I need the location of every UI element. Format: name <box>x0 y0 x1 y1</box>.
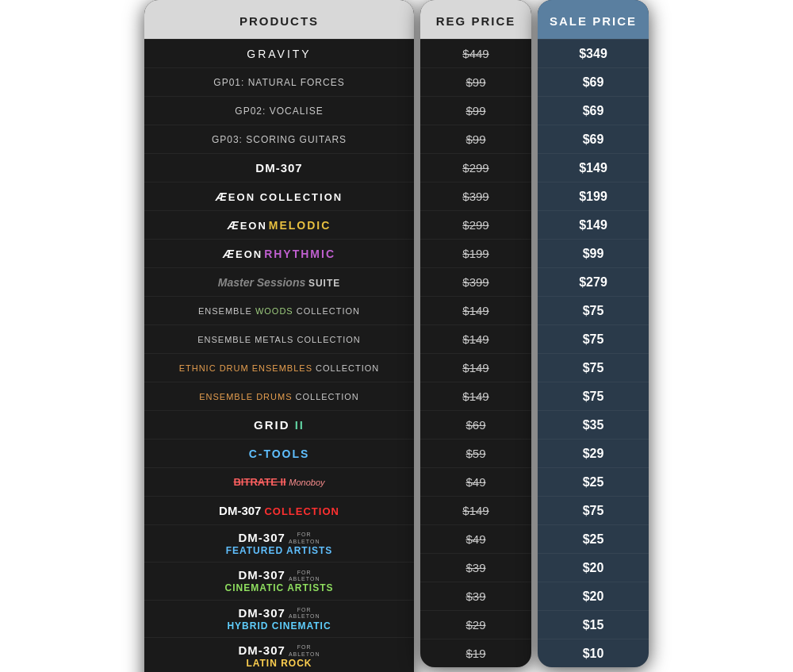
sale-price-dm307-collection: $75 <box>538 496 649 524</box>
product-name-bitrate: BITRATE II Monoboy <box>144 467 414 496</box>
product-name-ctools: C-TOOLS <box>144 439 414 467</box>
reg-price-ethnic-drum: $149 <box>420 353 531 382</box>
product-name-ensemble-woods: ENSEMBLE WOODS COLLECTION <box>144 296 414 324</box>
reg-price-dm307-ca: $39 <box>420 553 531 582</box>
reg-price-dm307-fa: $49 <box>420 524 531 553</box>
sale-price-dm307-fa: $25 <box>538 524 649 553</box>
product-name-gp01: GP01: NATURAL FORCES <box>144 67 414 96</box>
reg-price-master-sessions: $399 <box>420 267 531 296</box>
product-name-dm307-ca: DM-307 FORABLETON CINEMATIC ARTISTS <box>144 562 414 599</box>
sale-price-column: SALE PRICE $349$69$69$69$149$199$149$99$… <box>538 0 649 667</box>
reg-price-ensemble-drums: $149 <box>420 382 531 410</box>
reg-price-ctools: $59 <box>420 439 531 467</box>
reg-price-header: REG PRICE <box>420 0 531 39</box>
reg-price-grid: $69 <box>420 410 531 439</box>
sale-price-dm307-ca: $20 <box>538 553 649 582</box>
sale-price-gp02: $69 <box>538 96 649 125</box>
price-table: PRODUCTS GRAVITYGP01: NATURAL FORCESGP02… <box>144 0 649 672</box>
reg-price-dm307-hc: $39 <box>420 582 531 610</box>
reg-price-gp02: $99 <box>420 96 531 125</box>
product-name-aeon-collection: ÆEON COLLECTION <box>144 182 414 210</box>
product-name-ensemble-metals: ENSEMBLE METALS COLLECTION <box>144 324 414 353</box>
sale-price-gravity: $349 <box>538 39 649 67</box>
product-name-aeon-rhythmic: ÆEON RHYTHMIC <box>144 239 414 267</box>
sale-price-ctools: $29 <box>538 439 649 467</box>
product-name-master-sessions: Master Sessions SUITE <box>144 267 414 296</box>
reg-price-dm307-lr: $29 <box>420 610 531 639</box>
sale-price-gp03: $69 <box>538 125 649 153</box>
product-name-dm307-lr: DM-307 FORABLETON LATIN ROCK <box>144 637 414 672</box>
reg-price-ensemble-woods: $149 <box>420 296 531 324</box>
product-name-ensemble-drums: ENSEMBLE DRUMS COLLECTION <box>144 382 414 410</box>
reg-price-dm307: $299 <box>420 153 531 182</box>
products-column: PRODUCTS GRAVITYGP01: NATURAL FORCESGP02… <box>144 0 414 672</box>
reg-price-gp03: $99 <box>420 125 531 153</box>
sale-price-grid: $35 <box>538 410 649 439</box>
sale-price-ethnic-drum: $75 <box>538 353 649 382</box>
gravity-label: GRAVITY <box>247 48 311 60</box>
product-name-aeon-melodic: ÆEON MELODIC <box>144 210 414 239</box>
product-name-dm307-hc: DM-307 FORABLETON HYBRID CINEMATIC <box>144 600 414 637</box>
sale-price-aeon-collection: $199 <box>538 182 649 210</box>
sale-price-ensemble-woods: $75 <box>538 296 649 324</box>
reg-price-dm307-collection: $149 <box>420 496 531 524</box>
sale-price-header: SALE PRICE <box>538 0 649 39</box>
reg-price-dm307-hh: $19 <box>420 639 531 667</box>
sale-price-bitrate: $25 <box>538 467 649 496</box>
products-header: PRODUCTS <box>144 0 414 39</box>
reg-price-aeon-rhythmic: $199 <box>420 239 531 267</box>
product-name-dm307-collection: DM-307 COLLECTION <box>144 496 414 524</box>
reg-price-aeon-collection: $399 <box>420 182 531 210</box>
reg-price-aeon-melodic: $299 <box>420 210 531 239</box>
sale-price-aeon-rhythmic: $99 <box>538 239 649 267</box>
reg-price-ensemble-metals: $149 <box>420 324 531 353</box>
product-name-dm307-fa: DM-307 FORABLETON FEATURED ARTISTS <box>144 524 414 562</box>
sale-price-dm307-lr: $15 <box>538 610 649 639</box>
product-name-gravity: GRAVITY <box>144 39 414 67</box>
sale-price-dm307-hc: $20 <box>538 582 649 610</box>
reg-price-gravity: $449 <box>420 39 531 67</box>
sale-price-gp01: $69 <box>538 67 649 96</box>
product-name-dm307: DM-307 <box>144 153 414 182</box>
reg-price-bitrate: $49 <box>420 467 531 496</box>
reg-price-gp01: $99 <box>420 67 531 96</box>
sale-price-dm307: $149 <box>538 153 649 182</box>
product-name-grid: GRID II <box>144 410 414 439</box>
sale-price-ensemble-metals: $75 <box>538 324 649 353</box>
product-name-gp02: GP02: VOCALISE <box>144 96 414 125</box>
product-name-ethnic-drum: ETHNIC DRUM ENSEMBLES COLLECTION <box>144 353 414 382</box>
reg-price-column: REG PRICE $449$99$99$99$299$399$299$199$… <box>420 0 531 667</box>
sale-price-dm307-hh: $10 <box>538 639 649 667</box>
sale-price-master-sessions: $279 <box>538 267 649 296</box>
product-name-gp03: GP03: SCORING GUITARS <box>144 125 414 153</box>
sale-price-aeon-melodic: $149 <box>538 210 649 239</box>
sale-price-ensemble-drums: $75 <box>538 382 649 410</box>
